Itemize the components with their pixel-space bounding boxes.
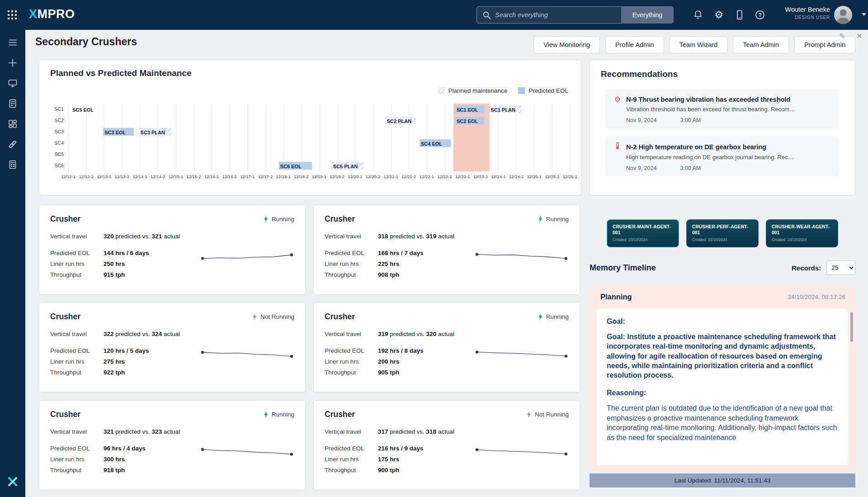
gantt-gridline	[265, 104, 266, 171]
chevron-down-icon[interactable]	[862, 13, 866, 16]
forms-icon[interactable]	[7, 98, 18, 109]
recommendation-item[interactable]: ⚙ N-9 Thrust bearing vibration has excee…	[605, 89, 840, 128]
close-icon[interactable]: ✕	[856, 32, 862, 40]
gantt-x-tick-label: 12/15-1	[169, 174, 183, 179]
gantt-gridline	[176, 104, 176, 171]
agent-chip-wear[interactable]: CRUSHER-WEAR-AGENT-001 Created: 23/10/20…	[766, 219, 838, 247]
gantt-gridline	[391, 104, 392, 171]
legend-swatch-planned	[437, 87, 445, 94]
crusher-title: Crusher	[50, 312, 80, 322]
crusher-status: Running	[538, 216, 569, 222]
profile-admin-button[interactable]: Profile Admin	[605, 36, 664, 53]
crusher-status-label: Running	[272, 411, 294, 418]
power-bolt-icon	[538, 313, 543, 320]
crusher-title: Crusher	[325, 312, 355, 322]
gantt-row-labels: SC1SC2SC3SC4SC5SC6	[50, 104, 66, 171]
edit-pencil-icon[interactable]: ✎	[839, 32, 845, 41]
gantt-bar[interactable]: SC2 EOL	[455, 117, 484, 124]
view-monitoring-button[interactable]: View Monitoring	[533, 36, 600, 53]
metric-label: Predicted EOL	[325, 250, 378, 256]
recommendation-time: 3:00 AM	[680, 165, 701, 171]
legend-planned: Planned maintenance	[438, 87, 508, 94]
link-icon[interactable]	[7, 139, 18, 150]
gantt-bar-label: SC4 EOL	[420, 140, 442, 148]
calculator-icon[interactable]	[7, 159, 18, 170]
gantt-gridline	[534, 104, 535, 171]
header-buttons: View Monitoring Profile Admin Team Wizar…	[533, 36, 855, 53]
recommendations-title: Recommendations	[601, 69, 844, 79]
goal-text: Goal: Institute a proactive maintenance …	[607, 332, 838, 380]
menu-icon[interactable]	[7, 37, 18, 48]
apps-grid-icon[interactable]	[7, 10, 17, 20]
metric-label: Throughput	[50, 369, 104, 376]
gantt-bar[interactable]: SC1 EOL	[455, 105, 484, 113]
gantt-gridline	[283, 104, 284, 171]
crusher-title: Crusher	[325, 214, 355, 224]
metric-label: Vertical travel	[325, 233, 378, 240]
crusher-status: Running	[538, 313, 569, 320]
metric-label: Predicted EOL	[325, 347, 378, 354]
prompt-admin-button[interactable]: Prompt Admin	[794, 36, 855, 53]
page-header: Secondary Crushers View Monitoring Profi…	[25, 30, 868, 56]
agent-created: Created: 23/10/2024	[692, 237, 753, 242]
agent-name: CRUSHER-WEAR-AGENT-001	[772, 224, 832, 236]
team-admin-button[interactable]: Team Admin	[733, 36, 789, 53]
gantt-bar[interactable]: SC5 EOL	[71, 105, 100, 113]
gantt-x-tick-label: 12/13-1	[97, 174, 111, 179]
user-block[interactable]: Wouter Beneke DESIGN USER	[785, 6, 830, 20]
gantt-x-tick-label: 12/20-2	[366, 174, 380, 179]
mobile-device-icon[interactable]	[734, 9, 745, 21]
metric-value: 144 hrs / 6 days	[104, 250, 149, 256]
entry-timestamp: 24/10/2024, 08:17:26	[788, 293, 845, 300]
gantt-bar[interactable]: SC1 PLAN	[490, 105, 522, 113]
gantt-bar[interactable]: SC3 EOL	[103, 128, 133, 136]
avatar[interactable]	[834, 6, 852, 24]
recommendation-item[interactable]: N-2 High temperature on DE gearbox beari…	[605, 136, 840, 176]
metric-label: Liner run hrs	[325, 358, 378, 365]
recommendation-description: Vibration threshold has been exceed for …	[626, 106, 825, 113]
gantt-bar[interactable]: SC2 PLAN	[386, 117, 416, 124]
notifications-bell-icon[interactable]	[692, 9, 704, 21]
gantt-body: SC1SC2SC3SC4SC5SC6 SC5 EOLSC3 EOLSC3 PLA…	[50, 104, 570, 181]
agent-chip-maint[interactable]: CRUSHER-MAINT-AGENT-001 Created: 23/10/2…	[607, 219, 679, 247]
entry-content[interactable]: Goal: Goal: Institute a proactive mainte…	[597, 308, 848, 465]
metric-label: Throughput	[50, 271, 104, 278]
gantt-x-tick-label: 12/18-1	[276, 174, 291, 179]
help-icon[interactable]: ?	[754, 9, 766, 21]
recommendation-description: High temperature reading on DE gearbox j…	[626, 154, 825, 161]
gantt-x-tick-label: 12/16-2	[222, 174, 237, 179]
power-bolt-icon	[538, 216, 543, 222]
team-wizard-button[interactable]: Team Wizard	[670, 36, 728, 53]
metric-label: Throughput	[325, 369, 378, 376]
metric-label: Vertical travel	[50, 233, 104, 240]
legend-swatch-predicted	[518, 87, 525, 94]
metric-value: 905 tph	[378, 369, 399, 376]
records-select[interactable]: 25	[826, 260, 855, 275]
gantt-bar[interactable]: SC3 PLAN	[139, 128, 171, 136]
gantt-bar[interactable]: SC6 PLAN	[332, 162, 364, 170]
agent-chip-row: CRUSHER-MAINT-AGENT-001 Created: 23/10/2…	[590, 219, 855, 247]
gantt-gridline	[516, 104, 517, 171]
dashboard-icon[interactable]	[7, 118, 18, 129]
gantt-gridline	[355, 104, 355, 171]
crusher-card: Crusher Not Running Vertical travel322 p…	[39, 303, 306, 393]
gantt-gridline	[337, 104, 338, 171]
search-input[interactable]	[495, 7, 617, 23]
agent-chip-perf[interactable]: CRUSHER-PERF-AGENT-001 Created: 23/10/20…	[686, 219, 759, 247]
settings-gear-icon[interactable]: ⚙	[713, 9, 725, 21]
gantt-bar[interactable]: SC6 EOL	[279, 162, 312, 170]
monitor-icon[interactable]	[7, 78, 18, 89]
timeline-scrollbar-thumb[interactable]	[850, 312, 853, 342]
legend-label-predicted: Predicted EOL	[528, 87, 568, 94]
metric-label: Throughput	[325, 467, 378, 473]
gantt-gridline	[409, 104, 409, 171]
memory-timeline-entry: Planning 24/10/2024, 08:17:26 Goal: Goal…	[590, 286, 855, 471]
crusher-status-label: Running	[546, 216, 569, 222]
add-icon[interactable]	[7, 57, 18, 68]
gantt-bar[interactable]: SC4 EOL	[420, 139, 451, 147]
metric-label: Liner run hrs	[325, 260, 378, 267]
entry-type: Planning	[600, 293, 632, 301]
search-scope-button[interactable]: Everything	[621, 6, 674, 24]
reasoning-text: The current plan is outdated due to the …	[607, 403, 838, 442]
gantt-row-label: SC4	[47, 137, 64, 149]
